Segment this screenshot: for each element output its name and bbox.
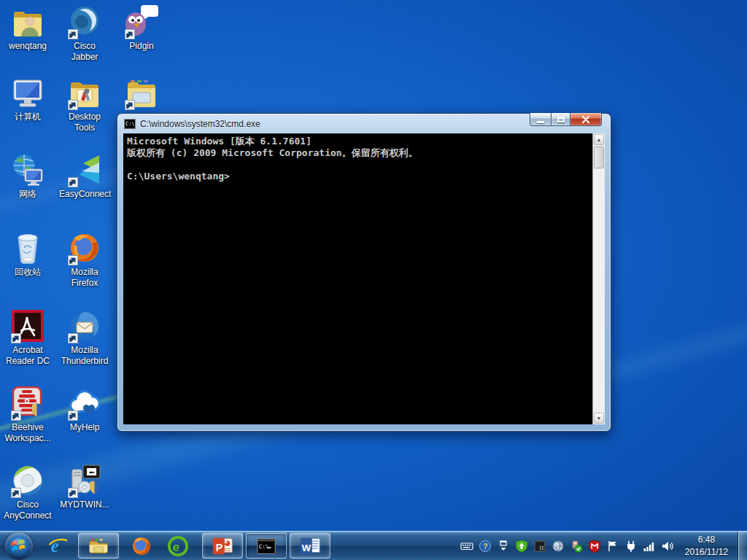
svg-text:P: P — [216, 541, 222, 553]
shortcut-arrow-icon — [11, 333, 21, 343]
close-button[interactable] — [570, 113, 602, 126]
desktop-icon-pidgin[interactable]: Pidgin — [116, 4, 167, 52]
desktop-icon-acrobat[interactable]: AcrobatReader DC — [2, 308, 53, 368]
taskbar: e e — [0, 531, 747, 560]
desktop-icon-computer[interactable]: 计算机 — [2, 75, 53, 122]
desktop-icon-network[interactable]: 网络 — [2, 152, 53, 200]
clock-time: 6:48 — [685, 534, 728, 545]
shortcut-arrow-icon — [68, 255, 78, 265]
explorer-folder-icon — [88, 535, 109, 557]
folder-icon — [124, 75, 159, 110]
taskbar-cmd[interactable]: C:\ — [246, 533, 287, 559]
taskbar-ie[interactable]: e — [44, 532, 72, 560]
taskbar-360-browser[interactable]: e — [164, 532, 192, 560]
recycle-bin-icon — [10, 230, 45, 265]
action-center-flag-icon[interactable] — [606, 540, 619, 553]
icon-label: MyHelp — [59, 422, 110, 433]
icon-label: 回收站 — [2, 267, 53, 278]
network-globe-icon[interactable] — [551, 540, 565, 553]
thunderbird-icon — [67, 308, 102, 343]
shortcut-arrow-icon — [68, 333, 78, 343]
anyconnect-icon — [10, 463, 45, 498]
360-browser-icon: e — [167, 535, 189, 557]
installer-icon — [67, 463, 102, 498]
taskbar-powerpoint[interactable]: P — [202, 533, 243, 559]
desktop-icon-cisco-jabber[interactable]: CiscoJabber — [59, 4, 110, 63]
icon-label: wenqtang — [2, 41, 53, 52]
taskbar-word[interactable]: W — [290, 533, 330, 559]
desktop-icon-beehive[interactable]: BeehiveWorkspac... — [2, 386, 53, 445]
icon-label: CiscoAnyConnect — [2, 499, 53, 522]
console-line: Microsoft Windows [版本 6.1.7601] — [127, 136, 589, 147]
cisco-jabber-icon — [67, 4, 102, 39]
icon-label: MozillaFirefox — [59, 267, 110, 289]
desktop-icon-anyconnect[interactable]: CiscoAnyConnect — [2, 463, 53, 522]
scroll-down-button[interactable]: ▼ — [594, 413, 604, 424]
svg-text:C:\: C:\ — [259, 542, 269, 549]
mcafee-icon[interactable] — [588, 540, 601, 553]
minimize-icon — [537, 121, 544, 123]
desktop-icon-wenqtang[interactable]: wenqtang — [2, 4, 53, 52]
shortcut-arrow-icon — [125, 29, 135, 39]
ie-icon: e — [47, 535, 69, 557]
cmd-title-bar[interactable]: C:\ C:\windows\system32\cmd.exe — [117, 114, 611, 133]
icon-label: BeehiveWorkspac... — [2, 422, 53, 445]
taskbar-explorer[interactable] — [78, 533, 119, 559]
shortcut-arrow-icon — [125, 100, 135, 110]
shortcut-arrow-icon — [11, 488, 21, 498]
shortcut-arrow-icon — [68, 411, 78, 421]
desktop-icon-thunderbird[interactable]: MozillaThunderbird — [59, 308, 110, 368]
icon-label: 网络 — [2, 189, 53, 200]
show-desktop-button[interactable] — [738, 532, 747, 560]
network-signal-icon[interactable] — [643, 540, 656, 553]
volume-icon[interactable] — [661, 540, 674, 553]
icon-label: 计算机 — [2, 112, 53, 122]
scroll-thumb[interactable] — [594, 147, 604, 168]
word-icon: W — [299, 535, 321, 557]
desktop-icon-folder[interactable] — [116, 75, 167, 110]
scroll-up-button[interactable]: ▲ — [594, 134, 604, 145]
network-icon — [10, 152, 45, 187]
clock-date: 2016/11/12 — [685, 546, 728, 558]
maximize-button[interactable] — [551, 113, 570, 126]
desktop-icon-easyconnect[interactable]: EasyConnect — [59, 152, 110, 200]
shortcut-arrow-icon — [68, 488, 78, 498]
close-icon — [581, 116, 590, 123]
console-area[interactable]: Microsoft Windows [版本 6.1.7601] 版权所有 (c)… — [123, 133, 605, 424]
window-title: C:\windows\system32\cmd.exe — [140, 119, 260, 129]
shortcut-arrow-icon — [68, 29, 78, 39]
cmd-title-icon: C:\ — [124, 119, 136, 129]
svg-text:e: e — [173, 540, 179, 553]
tools-folder-icon — [67, 75, 102, 110]
icon-label: EasyConnect — [59, 189, 110, 200]
icon-label: MozillaThunderbird — [59, 345, 110, 368]
desktop-icon-recycle-bin[interactable]: 回收站 — [2, 230, 53, 278]
computer-icon — [10, 75, 45, 110]
desktop-icon-myhelp[interactable]: MyHelp — [59, 386, 110, 433]
icon-label: AcrobatReader DC — [2, 345, 53, 368]
taskbar-clock[interactable]: 6:48 2016/11/12 — [685, 534, 728, 557]
cmd-window[interactable]: C:\ C:\windows\system32\cmd.exe Microsof… — [117, 113, 611, 432]
usb-device-icon[interactable] — [570, 540, 583, 553]
desktop-icon-firefox[interactable]: MozillaFirefox — [59, 230, 110, 289]
desktop-icon-mydtwin[interactable]: MYDTWIN... — [59, 463, 110, 510]
maximize-icon — [557, 117, 565, 122]
help-icon[interactable]: ? — [479, 540, 492, 553]
myhelp-cloud-icon — [67, 386, 102, 421]
minimize-button[interactable] — [530, 113, 551, 126]
power-plug-icon[interactable] — [624, 540, 638, 553]
desktop-icon-desktop-tools[interactable]: DesktopTools — [59, 75, 110, 134]
security-shield-icon[interactable] — [515, 540, 528, 553]
start-button[interactable] — [5, 532, 33, 560]
shortcut-arrow-icon — [68, 177, 78, 187]
show-hidden-icons-button[interactable] — [497, 540, 510, 553]
app-square-icon[interactable] — [533, 540, 546, 553]
taskbar-firefox[interactable] — [128, 532, 155, 560]
console-text: Microsoft Windows [版本 6.1.7601] 版权所有 (c)… — [127, 136, 589, 182]
console-scrollbar[interactable]: ▲ ▼ — [592, 133, 605, 424]
user-folder-icon — [10, 4, 45, 39]
shortcut-arrow-icon — [68, 100, 78, 110]
desktop[interactable]: wenqtang CiscoJabber Pidgin — [0, 0, 747, 560]
console-prompt-line: C:\Users\wenqtang> — [127, 171, 589, 182]
input-method-keyboard-icon[interactable] — [460, 540, 473, 553]
